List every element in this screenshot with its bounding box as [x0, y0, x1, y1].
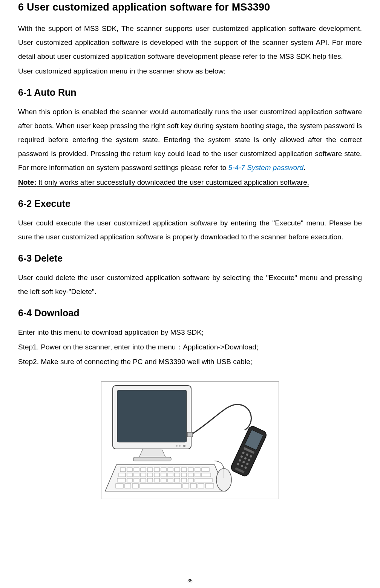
section-6-4-line2: Step1. Power on the scanner, enter into …: [18, 340, 362, 354]
section-6-1-text: When this option is enabled the scanner …: [18, 108, 362, 172]
svg-point-5: [176, 445, 178, 447]
svg-rect-12: [161, 468, 166, 472]
svg-point-4: [179, 445, 181, 447]
svg-rect-22: [141, 473, 146, 477]
section-6-1-period: .: [303, 164, 305, 172]
intro-paragraph-1: With the support of MS3 SDK, The scanner…: [18, 21, 362, 63]
svg-rect-19: [119, 473, 126, 477]
svg-rect-51: [205, 484, 214, 488]
svg-rect-6: [120, 468, 126, 472]
svg-rect-41: [181, 478, 187, 482]
svg-rect-33: [127, 478, 132, 482]
svg-rect-11: [154, 468, 159, 472]
svg-rect-54: [187, 432, 193, 437]
svg-rect-25: [161, 473, 166, 477]
svg-rect-46: [132, 484, 138, 488]
section-6-4-line3: Step2. Make sure of connecting the PC an…: [18, 355, 362, 369]
section-6-1-note: Note: It only works after successfully d…: [18, 175, 362, 189]
svg-rect-20: [127, 473, 132, 477]
svg-rect-35: [141, 478, 146, 482]
section-6-1-body: When this option is enabled the scanner …: [18, 105, 362, 175]
svg-rect-31: [202, 473, 211, 477]
section-6-2-body: User could execute the user customized a…: [18, 216, 362, 244]
svg-rect-23: [147, 473, 153, 477]
page-number: 35: [0, 578, 380, 583]
heading-6-3: 6-3 Delete: [18, 253, 362, 264]
svg-rect-38: [161, 478, 166, 482]
svg-rect-29: [188, 473, 193, 477]
svg-point-3: [183, 445, 185, 447]
page-root: 6 User customized application software f…: [0, 0, 380, 588]
svg-rect-49: [190, 484, 196, 488]
svg-rect-42: [188, 478, 193, 482]
svg-rect-2: [133, 457, 171, 461]
svg-rect-24: [154, 473, 159, 477]
svg-rect-17: [195, 468, 200, 472]
svg-rect-39: [168, 478, 173, 482]
svg-rect-13: [168, 468, 173, 472]
svg-rect-15: [181, 468, 187, 472]
section-6-3-body: User could delete the user customized ap…: [18, 271, 362, 299]
svg-rect-45: [125, 484, 131, 488]
svg-rect-1: [117, 390, 187, 442]
svg-rect-36: [147, 478, 153, 482]
svg-rect-8: [134, 468, 139, 472]
figure-container: [18, 381, 362, 501]
intro-paragraph-2: User customized application menu in the …: [18, 64, 362, 78]
illustration-svg: [101, 382, 279, 499]
note-text: It only works after successfully downloa…: [37, 178, 309, 186]
svg-rect-32: [117, 478, 126, 482]
svg-rect-37: [154, 478, 159, 482]
svg-rect-34: [134, 478, 139, 482]
heading-main: 6 User customized application software f…: [18, 0, 362, 13]
svg-rect-30: [195, 473, 200, 477]
svg-rect-16: [188, 468, 193, 472]
svg-rect-10: [147, 468, 153, 472]
svg-rect-18: [202, 468, 209, 472]
svg-rect-9: [141, 468, 146, 472]
svg-rect-27: [175, 473, 180, 477]
heading-6-2: 6-2 Execute: [18, 198, 362, 209]
svg-rect-48: [183, 484, 189, 488]
svg-rect-47: [140, 484, 181, 488]
svg-rect-14: [175, 468, 180, 472]
svg-rect-7: [127, 468, 132, 472]
section-6-4-line1: Enter into this menu to download applica…: [18, 325, 362, 339]
svg-rect-40: [175, 478, 180, 482]
svg-rect-50: [198, 484, 204, 488]
svg-rect-44: [116, 484, 123, 488]
svg-rect-26: [168, 473, 173, 477]
svg-rect-21: [134, 473, 139, 477]
heading-6-4: 6-4 Download: [18, 308, 362, 318]
system-password-link[interactable]: 5-4-7 System password: [228, 164, 304, 172]
note-label: Note:: [18, 178, 37, 186]
computer-scanner-illustration: [101, 381, 279, 499]
svg-rect-28: [181, 473, 187, 477]
svg-rect-43: [195, 478, 212, 482]
heading-6-1: 6-1 Auto Run: [18, 87, 362, 98]
